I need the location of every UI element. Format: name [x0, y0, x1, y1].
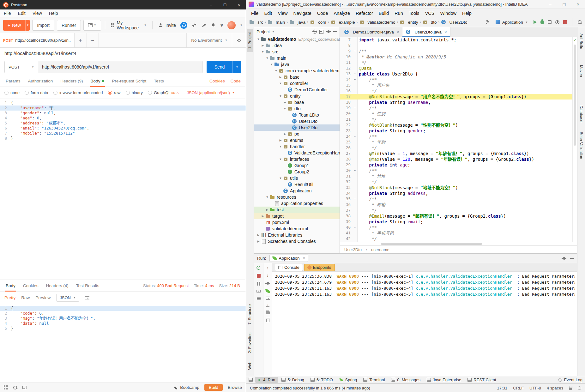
toolwindow-button-5-debug[interactable]: 5: Debug: [279, 377, 307, 383]
open-new-window-button[interactable]: ▼: [83, 20, 101, 31]
sync-icon[interactable]: [180, 22, 187, 29]
view-preview[interactable]: Preview: [35, 295, 51, 300]
stop-button[interactable]: [563, 20, 567, 24]
breadcrumb-validateddemo[interactable]: validateddemo: [359, 20, 395, 25]
tree-item-po[interactable]: ▶po: [254, 131, 340, 137]
collapsed-arrow-icon[interactable]: ▶: [278, 139, 283, 142]
chevron-down-icon[interactable]: ▼: [272, 30, 274, 33]
options-icon[interactable]: [257, 297, 261, 300]
postman-menu-edit[interactable]: Edit: [18, 11, 26, 16]
minimize-button[interactable]: –: [543, 0, 557, 9]
browse-button[interactable]: Browse: [228, 385, 242, 390]
tree-item-target[interactable]: ▶target: [254, 213, 340, 219]
expanded-arrow-icon[interactable]: ▼: [278, 94, 283, 98]
breadcrumb-src[interactable]: src: [249, 20, 263, 25]
console-tab-endpoints[interactable]: Endpoints: [304, 264, 335, 271]
new-dropdown-button[interactable]: ▼: [25, 20, 30, 31]
editor-scrollbar[interactable]: [574, 45, 576, 146]
cookies-link[interactable]: Cookies: [209, 79, 225, 83]
profiler-button[interactable]: [555, 20, 559, 24]
close-button[interactable]: ×: [232, 0, 246, 9]
maximize-button[interactable]: □: [218, 0, 232, 9]
expanded-arrow-icon[interactable]: ▼: [265, 57, 270, 60]
body-mode-raw[interactable]: raw: [108, 90, 121, 95]
collapsed-arrow-icon[interactable]: ▶: [278, 75, 283, 79]
stripe-button-7-structure[interactable]: 7: Structure: [247, 301, 253, 328]
wrap-lines-icon[interactable]: [85, 296, 89, 299]
view-raw[interactable]: Raw: [21, 295, 30, 300]
console-settings-icon[interactable]: [265, 281, 270, 286]
indent-indicator[interactable]: 4 spaces: [547, 386, 563, 390]
collapsed-arrow-icon[interactable]: ▶: [282, 132, 287, 136]
tree-item-dto[interactable]: ▼dto: [254, 106, 340, 112]
idea-menu-help[interactable]: Help: [460, 10, 474, 17]
toolwindow-button-0-messages[interactable]: 0: Messages: [388, 377, 423, 383]
toolwindow-button-terminal[interactable]: Terminal: [360, 377, 388, 383]
idea-menu-code[interactable]: Code: [315, 10, 331, 17]
tree-item-java[interactable]: ▼java: [254, 61, 340, 68]
body-mode-x-www-form-urlencoded[interactable]: x-www-form-urlencoded: [53, 90, 103, 95]
tree-item-validatedemo[interactable]: ▼validatedemoE:\project_code\validatedde…: [254, 36, 340, 42]
response-format-selector[interactable]: JSON ▼: [56, 294, 79, 302]
tree-item-user2dto[interactable]: User2Dto: [254, 124, 340, 131]
tree-item-resources[interactable]: ▼resources: [254, 194, 340, 200]
console-output[interactable]: 2020-09-05 23:25:36.838 WARN 6988 --- [n…: [272, 272, 577, 376]
body-mode-form-data[interactable]: form-data: [25, 90, 48, 95]
toolwindow-button-4-run[interactable]: 4: Run: [255, 377, 278, 383]
tab-options-button[interactable]: •••: [87, 33, 99, 47]
close-button[interactable]: ×: [571, 0, 585, 9]
stripe-button-maven[interactable]: Maven: [578, 62, 584, 80]
thread-dump-icon[interactable]: [256, 290, 261, 293]
tree-item-utils[interactable]: ▼utils: [254, 175, 340, 181]
stripe-button-ant-build[interactable]: Ant Build: [578, 30, 584, 52]
postman-menu-help[interactable]: Help: [49, 11, 58, 16]
pause-icon[interactable]: [257, 282, 260, 286]
stripe-button-database[interactable]: Database: [578, 102, 584, 126]
tree-item-user1dto[interactable]: User1Dto: [254, 118, 340, 124]
clear-console-icon[interactable]: [266, 319, 269, 322]
scroll-thumb[interactable]: [381, 243, 482, 245]
body-mode-binary[interactable]: binary: [126, 90, 143, 95]
encoding-indicator[interactable]: UTF-8: [529, 386, 541, 390]
tree-item-base[interactable]: ▶base: [254, 74, 340, 80]
tree-item-controller[interactable]: ▼controller: [254, 80, 340, 87]
new-tab-button[interactable]: +: [75, 33, 87, 47]
rerun-icon[interactable]: [256, 266, 261, 270]
expanded-arrow-icon[interactable]: ▼: [278, 177, 283, 180]
collapsed-arrow-icon[interactable]: ▶: [282, 101, 287, 104]
workspace-switcher[interactable]: My Workspace ▼: [109, 20, 148, 30]
lock-icon[interactable]: [569, 388, 572, 390]
tree-item-interfaces[interactable]: ▼interfaces: [254, 156, 340, 162]
tree-item-main[interactable]: ▼main: [254, 55, 340, 61]
collapsed-arrow-icon[interactable]: ▶: [256, 233, 261, 237]
gear-icon[interactable]: [326, 29, 331, 34]
stripe-button-bean-validation[interactable]: Bean Validation: [578, 129, 584, 162]
run-tab-application[interactable]: Application ×: [269, 255, 309, 262]
idea-menu-tools[interactable]: Tools: [406, 10, 422, 17]
tree-item-handler[interactable]: ▼handler: [254, 143, 340, 150]
tree-item-com-example-validateddemo[interactable]: ▼com.example.validateddemo: [254, 68, 340, 74]
close-icon[interactable]: ×: [303, 256, 305, 261]
run-settings-gear-icon[interactable]: [562, 256, 566, 261]
environment-quicklook-button[interactable]: [232, 33, 246, 47]
console-icon[interactable]: [22, 386, 27, 389]
breadcrumb-username[interactable]: username: [371, 247, 389, 252]
tree-item-validatedexceptionhandler[interactable]: ValidatedExceptionHandler: [254, 150, 340, 156]
tree-item-demo1controller[interactable]: Demo1Controller: [254, 87, 340, 93]
editor-hscrollbar[interactable]: [340, 242, 577, 245]
view-pretty[interactable]: Pretty: [4, 295, 15, 300]
tree-item-pom-xml[interactable]: pom.xml: [254, 219, 340, 226]
event-log-button[interactable]: Event Log: [558, 377, 582, 382]
request-tab-authorization[interactable]: Authorization: [24, 75, 57, 87]
response-tab-body[interactable]: Body: [2, 280, 19, 291]
stripe-button-web[interactable]: Web: [247, 359, 253, 373]
invite-button[interactable]: Invite: [156, 23, 178, 28]
toolwindow-button-rest-client[interactable]: REST Client: [465, 377, 499, 383]
apps-icon[interactable]: [4, 385, 8, 389]
breadcrumb-user2dto[interactable]: User2Dto: [441, 20, 467, 25]
locate-file-icon[interactable]: [313, 30, 317, 34]
stop-icon[interactable]: [257, 274, 261, 278]
import-button[interactable]: Import: [32, 20, 54, 31]
environment-selector[interactable]: No Environment ▼: [186, 33, 232, 47]
body-mode-none[interactable]: none: [4, 90, 20, 95]
